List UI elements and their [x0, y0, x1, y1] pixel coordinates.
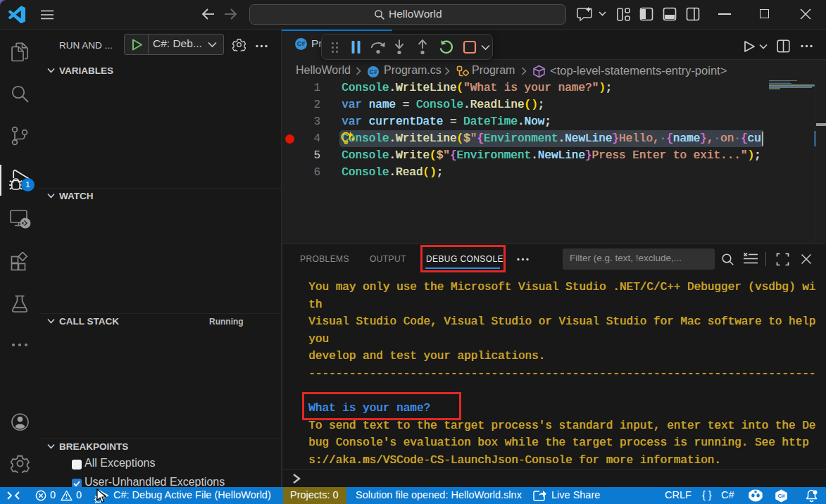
svg-text:C#: C#: [777, 493, 785, 499]
